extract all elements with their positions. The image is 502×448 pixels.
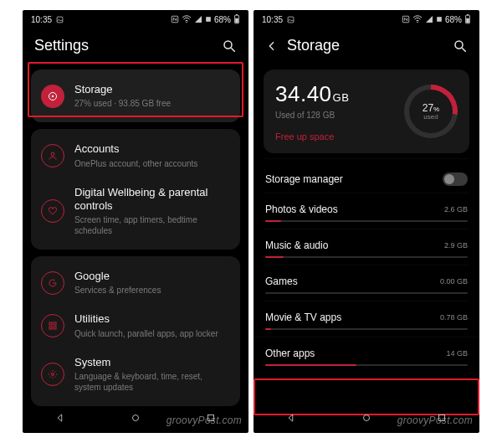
status-battery: 68% <box>445 15 462 24</box>
settings-item-sub: Screen time, app timers, bedtime schedul… <box>74 214 228 236</box>
storage-row-bar <box>265 328 468 330</box>
nav-back-icon[interactable] <box>285 412 297 424</box>
status-time: 10:35 <box>31 15 52 24</box>
settings-card-storage: Storage 27% used · 93.85 GB free <box>31 70 240 122</box>
google-icon <box>41 271 64 295</box>
search-icon[interactable] <box>222 39 237 54</box>
svg-rect-13 <box>54 322 56 325</box>
settings-item-accounts[interactable]: Accounts OnePlus account, other accounts <box>34 134 237 177</box>
svg-rect-6 <box>236 14 238 15</box>
settings-item-label: Utilities <box>74 312 228 326</box>
svg-line-8 <box>231 48 235 52</box>
settings-item-wellbeing[interactable]: Digital Wellbeing & parental controls Sc… <box>34 178 237 245</box>
storage-row-value: 0.78 GB <box>440 313 468 322</box>
storage-row-value: 2.9 GB <box>444 241 468 250</box>
storage-row-bar <box>265 364 468 366</box>
battery-icon <box>464 14 471 24</box>
svg-point-26 <box>455 41 463 49</box>
settings-card-system: Google Services & preferences Utilities … <box>31 256 240 406</box>
gear-icon <box>41 363 64 386</box>
svg-rect-19 <box>288 17 294 23</box>
search-icon[interactable] <box>453 39 468 54</box>
settings-item-label: Storage <box>74 83 228 96</box>
signal-icon <box>425 15 433 23</box>
svg-rect-3 <box>206 17 211 22</box>
settings-card-personal: Accounts OnePlus account, other accounts… <box>31 129 240 250</box>
storage-row-value: 0.00 GB <box>440 277 468 286</box>
svg-point-2 <box>186 22 187 23</box>
storage-row-bar <box>265 220 468 222</box>
status-battery: 68% <box>214 15 231 24</box>
page-title: Storage <box>287 37 340 54</box>
status-time: 10:35 <box>262 15 283 24</box>
settings-item-label: Google <box>74 270 228 283</box>
svg-point-21 <box>417 22 418 23</box>
photo-icon <box>56 16 64 23</box>
svg-rect-22 <box>437 17 442 22</box>
nav-home-icon[interactable] <box>361 412 372 424</box>
storage-manager-row[interactable]: Storage manager <box>264 158 469 193</box>
svg-rect-5 <box>235 18 238 23</box>
storage-row-music[interactable]: Music & audio 2.9 GB <box>264 229 469 265</box>
storage-row-label: Movie & TV apps <box>265 312 341 323</box>
settings-item-sub: Services & preferences <box>74 285 228 296</box>
svg-line-27 <box>462 48 466 52</box>
settings-item-storage[interactable]: Storage 27% used · 93.85 GB free <box>34 75 237 117</box>
page-title: Settings <box>34 37 89 54</box>
settings-item-sub: 27% used · 93.85 GB free <box>74 98 228 109</box>
status-bar: 10:35 68% <box>23 10 248 28</box>
nfc-icon <box>171 15 179 23</box>
settings-item-sub: Quick launch, parallel apps, app locker <box>74 328 228 339</box>
storage-row-label: Photos & videos <box>265 203 338 215</box>
settings-header: Settings <box>23 28 248 66</box>
storage-row-photos[interactable]: Photos & videos 2.6 GB <box>264 193 469 229</box>
battery-icon <box>233 14 240 24</box>
phone-left: 10:35 68% Settings <box>23 10 248 433</box>
svg-rect-15 <box>54 327 56 329</box>
storage-row-bar <box>265 292 468 294</box>
heart-icon <box>41 199 64 223</box>
misc-icon <box>436 16 443 23</box>
free-up-space-link[interactable]: Free up space <box>275 131 396 142</box>
storage-row-label: Music & audio <box>265 239 328 251</box>
settings-item-system[interactable]: System Language & keyboard, time, reset,… <box>34 348 237 401</box>
svg-rect-12 <box>49 322 52 325</box>
storage-row-bar <box>265 256 468 258</box>
settings-item-label: Digital Wellbeing & parental controls <box>74 186 228 214</box>
settings-item-utilities[interactable]: Utilities Quick launch, parallel apps, a… <box>34 304 237 347</box>
svg-point-7 <box>224 41 232 49</box>
nfc-icon <box>402 15 410 23</box>
user-icon <box>41 144 64 167</box>
svg-rect-24 <box>466 18 469 23</box>
storage-used-value: 34.40GB <box>275 81 396 107</box>
svg-point-28 <box>364 415 370 421</box>
storage-header: Storage <box>254 28 479 66</box>
svg-point-11 <box>51 152 54 156</box>
storage-row-value: 14 GB <box>446 349 468 358</box>
svg-point-16 <box>52 373 54 375</box>
svg-point-10 <box>52 95 54 97</box>
storage-row-value: 2.6 GB <box>444 205 468 214</box>
settings-item-google[interactable]: Google Services & preferences <box>34 261 237 304</box>
watermark: groovyPost.com <box>166 415 242 426</box>
photo-icon <box>287 16 295 23</box>
storage-row-games[interactable]: Games 0.00 GB <box>264 265 469 301</box>
nav-home-icon[interactable] <box>130 412 141 424</box>
svg-rect-0 <box>57 17 63 23</box>
storage-hero: 34.40GB Used of 128 GB Free up space 27%… <box>264 70 469 153</box>
storage-usage-ring: 27% used <box>404 85 458 138</box>
misc-icon <box>205 16 212 23</box>
svg-rect-25 <box>467 14 469 15</box>
svg-rect-14 <box>49 327 52 329</box>
back-icon[interactable] <box>265 39 279 53</box>
settings-item-sub: Language & keyboard, time, reset, system… <box>74 371 228 393</box>
nav-back-icon[interactable] <box>54 412 66 424</box>
storage-used-sub: Used of 128 GB <box>275 111 396 120</box>
storage-manager-toggle[interactable] <box>443 173 468 186</box>
storage-manager-label: Storage manager <box>265 173 343 185</box>
settings-item-sub: OnePlus account, other accounts <box>74 158 228 169</box>
status-bar: 10:35 68% <box>254 10 479 28</box>
storage-row-otherapps[interactable]: Other apps 14 GB <box>254 337 479 373</box>
storage-row-movietv[interactable]: Movie & TV apps 0.78 GB <box>264 301 469 337</box>
storage-row-label: Other apps <box>265 348 315 359</box>
